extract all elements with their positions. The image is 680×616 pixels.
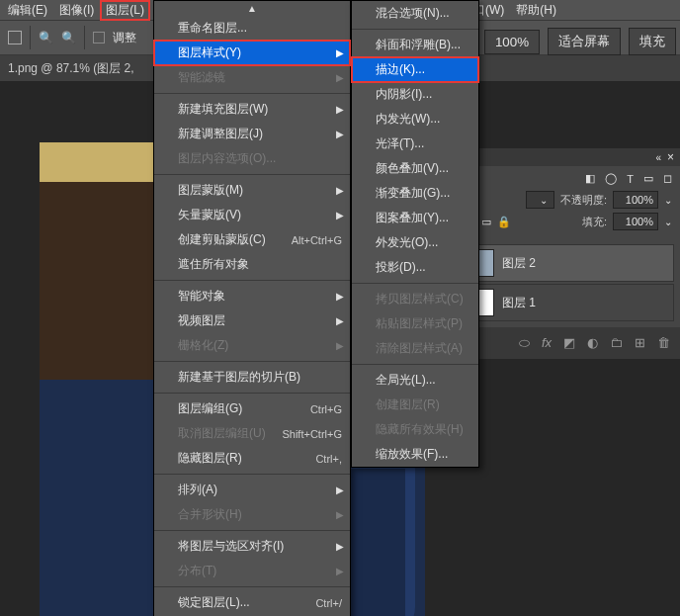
menu-item[interactable]: 图层样式(Y)▶ [154,41,350,65]
menu-item[interactable]: 图案叠加(Y)... [352,206,478,230]
menu-item[interactable]: 矢量蒙版(V)▶ [154,203,350,227]
menu-item[interactable]: 斜面和浮雕(B)... [352,33,478,57]
menu-layer[interactable]: 图层(L) [100,0,150,21]
submenu-arrow-icon: ▶ [336,47,344,58]
blend-mode-select[interactable] [526,191,554,209]
close-icon[interactable]: × [667,150,674,164]
menu-item-label: 创建图层(R) [376,396,440,413]
menu-item[interactable]: 重命名图层... [154,16,350,41]
menu-item[interactable]: 光泽(T)... [352,132,478,156]
submenu-arrow-icon: ▶ [336,484,344,495]
menu-item-label: 外发光(O)... [376,234,438,251]
submenu-arrow-icon: ▶ [336,566,344,576]
menu-item-label: 新建填充图层(W) [178,101,268,118]
menu-item[interactable]: 新建基于图层的切片(B) [154,365,350,390]
menu-item[interactable]: 视频图层▶ [154,308,350,333]
scroll-up-icon[interactable]: ▲ [154,1,350,16]
menu-item-label: 图层蒙版(M) [178,182,243,199]
menu-item[interactable]: 投影(D)... [352,255,478,280]
menu-item-label: 清除图层样式(A) [376,340,463,357]
menu-item[interactable]: 遮住所有对象 [154,252,350,277]
submenu-arrow-icon: ▶ [336,72,344,83]
lock-frame-icon[interactable]: ▭ [481,216,491,228]
fill-button[interactable]: 填充 [629,28,676,55]
menu-item-label: 投影(D)... [376,259,426,276]
menu-item[interactable]: 图层蒙版(M)▶ [154,178,350,203]
menu-image[interactable]: 图像(I) [53,0,100,21]
chevron-down-icon[interactable] [664,216,672,227]
submenu-arrow-icon: ▶ [336,185,344,196]
adjust-checkbox[interactable] [93,32,105,44]
fill-input[interactable]: 100% [613,213,658,230]
menu-item[interactable]: 全局光(L)... [352,368,478,393]
menu-item-label: 取消图层编组(U) [178,425,266,442]
text-icon[interactable]: T [627,173,634,185]
menu-item[interactable]: 排列(A)▶ [154,478,350,502]
menu-item-label: 颜色叠加(V)... [376,160,449,177]
fx-icon[interactable]: fx [542,335,552,351]
menu-help[interactable]: 帮助(H) [510,0,562,21]
menu-item: 取消图层编组(U)Shift+Ctrl+G [154,421,350,446]
menu-item[interactable]: 内阴影(I)... [352,82,478,107]
menu-item-label: 创建剪贴蒙版(C) [178,231,266,248]
menu-item[interactable]: 隐藏图层(R)Ctrl+, [154,446,350,471]
menu-item-label: 遮住所有对象 [178,256,249,273]
menu-item: 清除图层样式(A) [352,336,478,361]
menu-item-label: 内阴影(I)... [376,86,432,103]
swatch-icon[interactable]: ◧ [585,172,595,185]
menu-shortcut: Shift+Ctrl+G [282,428,342,440]
menu-item[interactable]: 将图层与选区对齐(I)▶ [154,534,350,559]
menu-item[interactable]: 锁定图层(L)...Ctrl+/ [154,590,350,615]
mask-icon[interactable]: ◩ [563,335,575,351]
menu-item[interactable]: 描边(K)... [352,57,478,82]
link-icon[interactable]: ⬭ [519,335,530,351]
menu-item-label: 图层编组(G) [178,400,242,417]
menu-item[interactable]: 创建剪贴蒙版(C)Alt+Ctrl+G [154,227,350,252]
menu-item: 智能滤镜▶ [154,65,350,90]
lock-all-icon[interactable]: 🔒 [497,216,511,228]
menu-item-label: 图层样式(Y) [178,44,241,61]
menu-item-label: 隐藏图层(R) [178,450,242,467]
menu-item-label: 将图层与选区对齐(I) [178,538,284,555]
menu-item[interactable]: 混合选项(N)... [352,1,478,26]
submenu-arrow-icon: ▶ [336,210,344,220]
menu-item[interactable]: 外发光(O)... [352,230,478,255]
collapse-icon[interactable]: « [655,152,661,163]
fill-label: 填充: [582,215,607,229]
document-tab[interactable]: 1.png @ 87.1% (图层 2, [8,60,134,77]
menu-item: 创建图层(R) [352,393,478,417]
chevron-down-icon[interactable] [664,194,672,206]
layer-name: 图层 1 [502,295,536,311]
zoom-out-icon[interactable]: 🔍 [61,31,76,44]
zoom-100-button[interactable]: 100% [484,30,540,54]
menu-item-label: 智能滤镜 [178,69,225,86]
new-layer-icon[interactable]: ⊞ [635,335,645,351]
menu-edit[interactable]: 编辑(E) [2,0,53,21]
opacity-input[interactable]: 100% [613,191,658,209]
menu-item[interactable]: 渐变叠加(G)... [352,181,478,206]
adjustment-icon[interactable]: ◐ [587,335,598,351]
menu-item-label: 混合选项(N)... [376,5,450,22]
menu-item: 拷贝图层样式(C) [352,287,478,311]
zoom-in-icon[interactable]: 🔍 [39,31,53,44]
fit-screen-button[interactable]: 适合屏幕 [548,28,621,55]
menu-item[interactable]: 新建填充图层(W)▶ [154,97,350,122]
folder-icon[interactable]: 🗀 [610,335,623,351]
submenu-arrow-icon: ▶ [336,541,344,552]
circle-icon[interactable]: ◯ [605,172,617,185]
menu-item[interactable]: 内发光(W)... [352,107,478,132]
menu-item-label: 视频图层 [178,312,225,329]
menu-item[interactable]: 图层编组(G)Ctrl+G [154,396,350,421]
rect-icon[interactable]: ▭ [643,172,653,185]
trash-icon[interactable]: 🗑 [657,335,670,351]
menu-item[interactable]: 缩放效果(F)... [352,442,478,467]
adjust-label: 调整 [113,30,136,46]
home-icon[interactable] [8,31,22,44]
menu-item[interactable]: 智能对象▶ [154,284,350,308]
menu-item[interactable]: 新建调整图层(J)▶ [154,122,350,146]
menu-item[interactable]: 颜色叠加(V)... [352,156,478,181]
square-icon[interactable]: ◻ [663,172,672,185]
menu-item: 粘贴图层样式(P) [352,311,478,336]
menu-item-label: 描边(K)... [376,61,425,78]
menu-item-label: 新建基于图层的切片(B) [178,369,300,386]
